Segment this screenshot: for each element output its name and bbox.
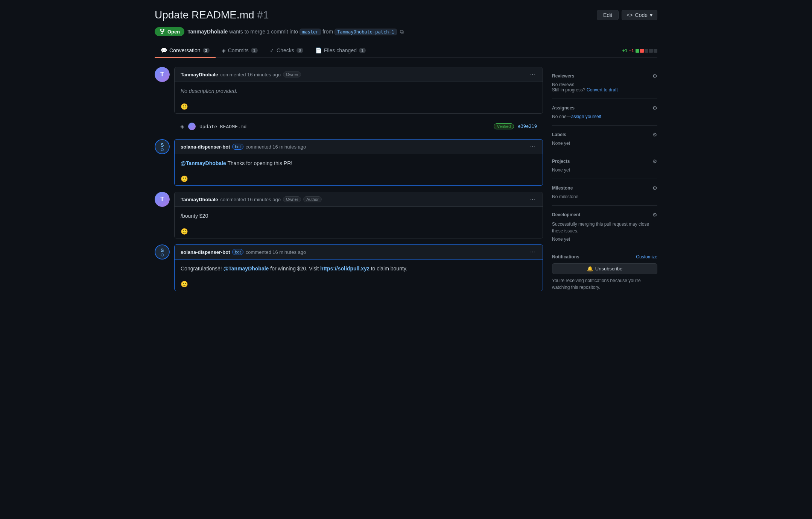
tab-conversation[interactable]: 💬 Conversation 3 xyxy=(155,44,216,58)
comment-footer-2: 🙂 xyxy=(175,172,543,185)
projects-gear[interactable]: ⚙ xyxy=(652,158,657,164)
commit-avatar xyxy=(188,123,196,130)
milestone-title: Milestone xyxy=(552,185,573,191)
commit-graph-icon: ◈ xyxy=(180,123,184,129)
solidpull-link[interactable]: https://solidpull.xyz xyxy=(320,266,370,272)
commit-row: ◈ Update README.md Verified e39e219 xyxy=(174,120,543,133)
comment-body-2: @TanmayDhobale Thanks for opening this P… xyxy=(175,154,543,172)
sidebar-notifications: Notifications Customize 🔔 Unsubscribe Yo… xyxy=(552,248,657,297)
comment-card-1: TanmayDhobale commented 16 minutes ago O… xyxy=(174,67,543,114)
notifications-desc: You're receiving notifications because y… xyxy=(552,277,657,291)
sidebar: Reviewers ⚙ No reviews Still in progress… xyxy=(552,67,657,297)
copy-branch-icon[interactable]: ⧉ xyxy=(400,29,404,35)
comment-header-4: solana-dispenser-bot bot commented 16 mi… xyxy=(175,245,543,260)
sidebar-reviewers: Reviewers ⚙ No reviews Still in progress… xyxy=(552,67,657,99)
tab-commits[interactable]: ◈ Commits 1 xyxy=(216,44,264,58)
sidebar-projects: Projects ⚙ None yet xyxy=(552,152,657,179)
comment-more-4[interactable]: ··· xyxy=(529,248,537,256)
avatar-tanmay-1: T xyxy=(155,67,170,82)
pr-meta: Open TanmayDhobale wants to merge 1 comm… xyxy=(155,27,657,36)
comment-meta-1: commented 16 minutes ago xyxy=(220,72,280,77)
diff-stats: +1 −1 xyxy=(622,48,657,53)
role-badge-owner-1: Owner xyxy=(283,71,301,77)
assignees-value: No one—assign yourself xyxy=(552,114,657,119)
sidebar-milestone: Milestone ⚙ No milestone xyxy=(552,179,657,206)
emoji-btn-1[interactable]: 🙂 xyxy=(181,103,188,110)
check-icon: ✓ xyxy=(270,47,274,53)
unsubscribe-button[interactable]: 🔔 Unsubscribe xyxy=(552,263,657,274)
comment-footer-4: 🙂 xyxy=(175,278,543,291)
diff-sq-5 xyxy=(654,49,657,53)
emoji-btn-2[interactable]: 🙂 xyxy=(181,175,188,182)
customize-link[interactable]: Customize xyxy=(636,254,657,260)
comment-header-3: TanmayDhobale commented 16 minutes ago O… xyxy=(175,192,543,207)
comment-card-2: solana-dispenser-bot bot commented 16 mi… xyxy=(174,139,543,186)
comment-meta-3: commented 16 minutes ago xyxy=(220,197,280,202)
reviewers-value: No reviews xyxy=(552,82,657,87)
avatar-bot-1: S ⬡ xyxy=(155,139,170,154)
assign-yourself-link[interactable]: assign yourself xyxy=(571,114,601,119)
comment-meta-2: commented 16 minutes ago xyxy=(246,144,306,150)
comment-body-3: /bounty $20 xyxy=(175,207,543,225)
comment-more-2[interactable]: ··· xyxy=(529,143,537,151)
comment-meta-4: commented 16 minutes ago xyxy=(246,249,306,255)
labels-gear[interactable]: ⚙ xyxy=(652,132,657,138)
comment-header-1: TanmayDhobale commented 16 minutes ago O… xyxy=(175,67,543,82)
head-branch: TanmayDhobale-patch-1 xyxy=(335,29,397,35)
comment-more-1[interactable]: ··· xyxy=(529,70,537,79)
comment-card-4: solana-dispenser-bot bot commented 16 mi… xyxy=(174,244,543,291)
development-title: Development xyxy=(552,212,580,217)
code-button[interactable]: <> Code ▾ xyxy=(622,10,657,20)
avatar-bot-2: S ⬡ xyxy=(155,244,170,260)
comment-icon: 💬 xyxy=(161,47,167,53)
reviewers-gear[interactable]: ⚙ xyxy=(652,73,657,79)
tab-files[interactable]: 📄 Files changed 1 xyxy=(309,44,372,58)
commit-message: Update README.md xyxy=(199,124,246,129)
bot-badge-2: bot xyxy=(232,249,243,255)
bot-badge-1: bot xyxy=(232,144,243,150)
content-area: T TanmayDhobale commented 16 minutes ago… xyxy=(155,67,543,297)
commit-verified-badge: Verified xyxy=(494,123,514,129)
mention-tanmay-1[interactable]: @TanmayDhobale xyxy=(181,160,226,166)
main-layout: T TanmayDhobale commented 16 minutes ago… xyxy=(155,58,657,297)
projects-value: None yet xyxy=(552,167,657,173)
reviewers-sub: Still in progress? Convert to draft xyxy=(552,87,657,93)
role-badge-author-1: Author xyxy=(303,196,321,202)
comment-more-3[interactable]: ··· xyxy=(529,195,537,203)
sidebar-assignees: Assignees ⚙ No one—assign yourself xyxy=(552,99,657,126)
mention-tanmay-2[interactable]: @TanmayDhobale xyxy=(224,266,269,272)
labels-title: Labels xyxy=(552,132,566,137)
diff-sq-1 xyxy=(636,49,639,53)
commit-hash-link[interactable]: e39e219 xyxy=(518,124,537,129)
development-value: None yet xyxy=(552,237,657,242)
diff-sq-3 xyxy=(645,49,648,53)
emoji-btn-4[interactable]: 🙂 xyxy=(181,281,188,288)
bell-icon: 🔔 xyxy=(587,266,593,272)
assignees-gear[interactable]: ⚙ xyxy=(652,105,657,111)
development-gear[interactable]: ⚙ xyxy=(652,212,657,218)
tab-checks[interactable]: ✓ Checks 0 xyxy=(264,44,309,58)
comment-block-1: T TanmayDhobale commented 16 minutes ago… xyxy=(155,67,543,114)
comment-footer-1: 🙂 xyxy=(175,100,543,113)
sidebar-labels: Labels ⚙ None yet xyxy=(552,126,657,152)
labels-value: None yet xyxy=(552,141,657,146)
comment-card-3: TanmayDhobale commented 16 minutes ago O… xyxy=(174,192,543,238)
notifications-title: Notifications xyxy=(552,254,579,260)
comment-author-2: solana-dispenser-bot xyxy=(181,144,230,150)
convert-to-draft-link[interactable]: Convert to draft xyxy=(587,87,618,93)
diff-sq-2 xyxy=(640,49,644,53)
sidebar-development: Development ⚙ Successfully merging this … xyxy=(552,206,657,248)
projects-title: Projects xyxy=(552,159,570,164)
edit-button[interactable]: Edit xyxy=(597,10,619,20)
comment-block-2: S ⬡ solana-dispenser-bot bot commented 1… xyxy=(155,139,543,186)
commit-icon: ◈ xyxy=(222,47,226,53)
pr-author-link[interactable]: TanmayDhobale xyxy=(187,29,228,35)
diff-sq-4 xyxy=(649,49,653,53)
file-icon: 📄 xyxy=(315,47,322,53)
pr-merge-icon xyxy=(159,29,165,35)
role-badge-owner-2: Owner xyxy=(283,196,301,202)
status-badge: Open xyxy=(155,27,184,36)
milestone-gear[interactable]: ⚙ xyxy=(652,185,657,191)
comment-author-3: TanmayDhobale xyxy=(181,197,218,202)
emoji-btn-3[interactable]: 🙂 xyxy=(181,228,188,235)
